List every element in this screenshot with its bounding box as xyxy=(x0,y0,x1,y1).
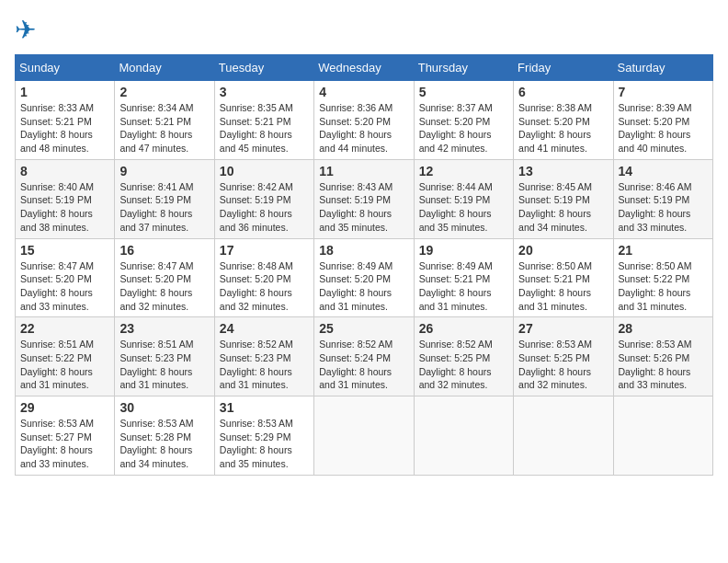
calendar-cell: 14Sunrise: 8:46 AM Sunset: 5:19 PM Dayli… xyxy=(613,159,712,238)
day-detail: Sunrise: 8:34 AM Sunset: 5:21 PM Dayligh… xyxy=(119,101,209,155)
day-number: 7 xyxy=(619,85,708,99)
day-number: 4 xyxy=(319,85,408,99)
calendar-cell: 6Sunrise: 8:38 AM Sunset: 5:20 PM Daylig… xyxy=(514,81,613,160)
calendar-cell: 31Sunrise: 8:53 AM Sunset: 5:29 PM Dayli… xyxy=(214,396,313,476)
weekday-header-saturday: Saturday xyxy=(613,55,712,81)
calendar-cell: 26Sunrise: 8:52 AM Sunset: 5:25 PM Dayli… xyxy=(414,317,513,396)
weekday-header-tuesday: Tuesday xyxy=(214,55,313,81)
calendar-cell: 13Sunrise: 8:45 AM Sunset: 5:19 PM Dayli… xyxy=(514,159,613,238)
day-detail: Sunrise: 8:49 AM Sunset: 5:21 PM Dayligh… xyxy=(419,259,508,314)
day-number: 5 xyxy=(419,85,508,99)
calendar-cell: 18Sunrise: 8:49 AM Sunset: 5:20 PM Dayli… xyxy=(314,238,414,317)
calendar-cell: 23Sunrise: 8:51 AM Sunset: 5:23 PM Dayli… xyxy=(115,317,214,396)
day-number: 27 xyxy=(518,321,608,336)
calendar-cell: 19Sunrise: 8:49 AM Sunset: 5:21 PM Dayli… xyxy=(414,238,513,317)
weekday-header-sunday: Sunday xyxy=(16,55,115,81)
calendar-week-row: 8Sunrise: 8:40 AM Sunset: 5:19 PM Daylig… xyxy=(16,159,713,238)
day-detail: Sunrise: 8:35 AM Sunset: 5:21 PM Dayligh… xyxy=(220,101,309,155)
day-number: 21 xyxy=(619,243,708,258)
day-number: 28 xyxy=(619,321,708,336)
day-detail: Sunrise: 8:53 AM Sunset: 5:25 PM Dayligh… xyxy=(518,338,608,392)
calendar-week-row: 1Sunrise: 8:33 AM Sunset: 5:21 PM Daylig… xyxy=(16,81,713,160)
day-number: 13 xyxy=(518,164,608,178)
calendar-cell: 3Sunrise: 8:35 AM Sunset: 5:21 PM Daylig… xyxy=(214,81,313,160)
calendar-week-row: 15Sunrise: 8:47 AM Sunset: 5:20 PM Dayli… xyxy=(16,238,713,317)
day-detail: Sunrise: 8:41 AM Sunset: 5:19 PM Dayligh… xyxy=(119,180,209,235)
day-detail: Sunrise: 8:53 AM Sunset: 5:28 PM Dayligh… xyxy=(119,417,209,471)
calendar-cell: 1Sunrise: 8:33 AM Sunset: 5:21 PM Daylig… xyxy=(16,81,115,160)
day-number: 18 xyxy=(319,243,408,258)
day-detail: Sunrise: 8:52 AM Sunset: 5:25 PM Dayligh… xyxy=(419,338,508,392)
calendar-cell: 4Sunrise: 8:36 AM Sunset: 5:20 PM Daylig… xyxy=(314,81,414,160)
day-number: 31 xyxy=(220,400,309,415)
calendar-cell xyxy=(514,396,613,476)
day-number: 24 xyxy=(220,321,309,336)
day-detail: Sunrise: 8:53 AM Sunset: 5:29 PM Dayligh… xyxy=(220,417,309,471)
day-number: 15 xyxy=(20,243,109,258)
day-detail: Sunrise: 8:53 AM Sunset: 5:27 PM Dayligh… xyxy=(20,417,109,471)
day-detail: Sunrise: 8:51 AM Sunset: 5:22 PM Dayligh… xyxy=(20,338,109,392)
day-number: 26 xyxy=(419,321,508,336)
day-number: 22 xyxy=(20,321,109,336)
day-detail: Sunrise: 8:50 AM Sunset: 5:21 PM Dayligh… xyxy=(518,259,608,314)
day-detail: Sunrise: 8:38 AM Sunset: 5:20 PM Dayligh… xyxy=(518,101,608,155)
page-header: ✈ xyxy=(15,15,713,45)
day-detail: Sunrise: 8:52 AM Sunset: 5:23 PM Dayligh… xyxy=(220,338,309,392)
day-number: 16 xyxy=(119,243,209,258)
day-number: 14 xyxy=(619,164,708,178)
day-number: 11 xyxy=(319,164,408,178)
calendar-cell: 11Sunrise: 8:43 AM Sunset: 5:19 PM Dayli… xyxy=(314,159,414,238)
day-number: 8 xyxy=(20,164,109,178)
calendar-cell: 7Sunrise: 8:39 AM Sunset: 5:20 PM Daylig… xyxy=(613,81,712,160)
calendar-week-row: 22Sunrise: 8:51 AM Sunset: 5:22 PM Dayli… xyxy=(16,317,713,396)
day-detail: Sunrise: 8:43 AM Sunset: 5:19 PM Dayligh… xyxy=(319,180,408,235)
calendar-cell: 10Sunrise: 8:42 AM Sunset: 5:19 PM Dayli… xyxy=(214,159,313,238)
calendar-cell: 8Sunrise: 8:40 AM Sunset: 5:19 PM Daylig… xyxy=(16,159,115,238)
calendar-cell xyxy=(613,396,712,476)
calendar-cell: 24Sunrise: 8:52 AM Sunset: 5:23 PM Dayli… xyxy=(214,317,313,396)
day-detail: Sunrise: 8:42 AM Sunset: 5:19 PM Dayligh… xyxy=(220,180,309,235)
calendar-cell: 22Sunrise: 8:51 AM Sunset: 5:22 PM Dayli… xyxy=(16,317,115,396)
calendar-cell: 29Sunrise: 8:53 AM Sunset: 5:27 PM Dayli… xyxy=(16,396,115,476)
calendar-cell: 12Sunrise: 8:44 AM Sunset: 5:19 PM Dayli… xyxy=(414,159,513,238)
day-number: 1 xyxy=(20,85,109,99)
calendar-cell: 16Sunrise: 8:47 AM Sunset: 5:20 PM Dayli… xyxy=(115,238,214,317)
calendar-cell: 27Sunrise: 8:53 AM Sunset: 5:25 PM Dayli… xyxy=(514,317,613,396)
day-number: 12 xyxy=(419,164,508,178)
day-detail: Sunrise: 8:46 AM Sunset: 5:19 PM Dayligh… xyxy=(619,180,708,235)
day-number: 23 xyxy=(119,321,209,336)
day-detail: Sunrise: 8:47 AM Sunset: 5:20 PM Dayligh… xyxy=(119,259,209,314)
logo-icon: ✈ xyxy=(15,15,36,45)
calendar-cell: 30Sunrise: 8:53 AM Sunset: 5:28 PM Dayli… xyxy=(115,396,214,476)
day-detail: Sunrise: 8:33 AM Sunset: 5:21 PM Dayligh… xyxy=(20,101,109,155)
logo: ✈ xyxy=(15,15,40,45)
day-detail: Sunrise: 8:44 AM Sunset: 5:19 PM Dayligh… xyxy=(419,180,508,235)
day-detail: Sunrise: 8:40 AM Sunset: 5:19 PM Dayligh… xyxy=(20,180,109,235)
day-detail: Sunrise: 8:51 AM Sunset: 5:23 PM Dayligh… xyxy=(119,338,209,392)
day-number: 2 xyxy=(119,85,209,99)
day-number: 17 xyxy=(220,243,309,258)
day-detail: Sunrise: 8:36 AM Sunset: 5:20 PM Dayligh… xyxy=(319,101,408,155)
weekday-header-monday: Monday xyxy=(115,55,214,81)
calendar-cell: 20Sunrise: 8:50 AM Sunset: 5:21 PM Dayli… xyxy=(514,238,613,317)
calendar-cell: 25Sunrise: 8:52 AM Sunset: 5:24 PM Dayli… xyxy=(314,317,414,396)
day-number: 9 xyxy=(119,164,209,178)
calendar-cell: 15Sunrise: 8:47 AM Sunset: 5:20 PM Dayli… xyxy=(16,238,115,317)
day-detail: Sunrise: 8:47 AM Sunset: 5:20 PM Dayligh… xyxy=(20,259,109,314)
day-detail: Sunrise: 8:50 AM Sunset: 5:22 PM Dayligh… xyxy=(619,259,708,314)
calendar-cell: 2Sunrise: 8:34 AM Sunset: 5:21 PM Daylig… xyxy=(115,81,214,160)
day-detail: Sunrise: 8:52 AM Sunset: 5:24 PM Dayligh… xyxy=(319,338,408,392)
calendar-cell xyxy=(414,396,513,476)
day-detail: Sunrise: 8:37 AM Sunset: 5:20 PM Dayligh… xyxy=(419,101,508,155)
weekday-header-friday: Friday xyxy=(514,55,613,81)
day-number: 10 xyxy=(220,164,309,178)
day-detail: Sunrise: 8:39 AM Sunset: 5:20 PM Dayligh… xyxy=(619,101,708,155)
day-number: 30 xyxy=(119,400,209,415)
day-detail: Sunrise: 8:49 AM Sunset: 5:20 PM Dayligh… xyxy=(319,259,408,314)
weekday-header-wednesday: Wednesday xyxy=(314,55,414,81)
day-number: 20 xyxy=(518,243,608,258)
day-number: 6 xyxy=(518,85,608,99)
day-detail: Sunrise: 8:53 AM Sunset: 5:26 PM Dayligh… xyxy=(619,338,708,392)
day-detail: Sunrise: 8:48 AM Sunset: 5:20 PM Dayligh… xyxy=(220,259,309,314)
calendar-cell: 17Sunrise: 8:48 AM Sunset: 5:20 PM Dayli… xyxy=(214,238,313,317)
